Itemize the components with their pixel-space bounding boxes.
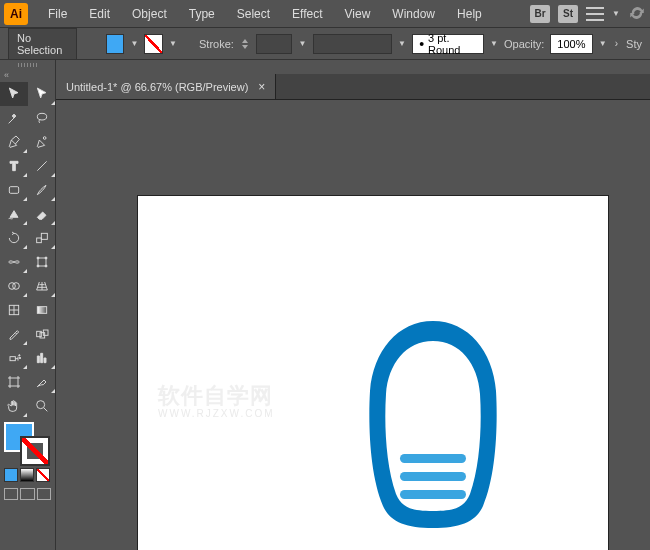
svg-point-9: [45, 265, 47, 267]
fill-swatch[interactable]: [106, 34, 124, 54]
artboard-tool[interactable]: [0, 370, 28, 394]
type-tool[interactable]: [0, 154, 28, 178]
close-tab-icon[interactable]: ×: [258, 80, 265, 94]
stroke-weight-stepper[interactable]: [240, 34, 250, 54]
column-graph-tool[interactable]: [28, 346, 56, 370]
document-tab-title: Untitled-1* @ 66.67% (RGB/Preview): [66, 81, 248, 93]
svg-rect-3: [37, 238, 42, 243]
magic-wand-tool[interactable]: [0, 106, 28, 130]
direct-selection-tool[interactable]: [28, 82, 56, 106]
color-mode-solid[interactable]: [4, 468, 18, 482]
brush-definition[interactable]: • 3 pt. Round: [412, 34, 484, 54]
selection-indicator: No Selection: [8, 28, 77, 60]
eyedropper-tool[interactable]: [0, 322, 28, 346]
vw-dropdown-icon[interactable]: ▼: [398, 34, 406, 54]
svg-rect-20: [10, 378, 18, 386]
variable-width-profile[interactable]: [313, 34, 392, 54]
opacity-label: Opacity:: [504, 38, 544, 50]
stroke-weight-dropdown-icon[interactable]: ▼: [298, 34, 306, 54]
zoom-tool[interactable]: [28, 394, 56, 418]
hand-tool[interactable]: [0, 394, 28, 418]
tools-panel: «: [0, 60, 56, 550]
rotate-tool[interactable]: [0, 226, 28, 250]
svg-rect-4: [41, 233, 47, 239]
app-icon: Ai: [4, 3, 28, 25]
screen-mode-row: [0, 484, 55, 504]
paintbrush-tool[interactable]: [28, 178, 56, 202]
menu-bar: Ai File Edit Object Type Select Effect V…: [0, 0, 650, 28]
shape-builder-tool[interactable]: [0, 274, 28, 298]
brush-dropdown-icon[interactable]: ▼: [490, 34, 498, 54]
svg-rect-13: [37, 307, 46, 314]
pen-tool[interactable]: [0, 130, 28, 154]
draw-behind-icon[interactable]: [20, 488, 34, 500]
menu-view[interactable]: View: [335, 3, 381, 25]
svg-rect-22: [400, 454, 466, 463]
arrange-documents-icon[interactable]: [586, 7, 604, 21]
menu-object[interactable]: Object: [122, 3, 177, 25]
stroke-weight-field[interactable]: [256, 34, 293, 54]
symbol-sprayer-tool[interactable]: [0, 346, 28, 370]
width-tool[interactable]: [0, 250, 28, 274]
menu-window[interactable]: Window: [382, 3, 445, 25]
brush-label: 3 pt. Round: [428, 32, 477, 56]
line-segment-tool[interactable]: [28, 154, 56, 178]
panel-grabber[interactable]: [0, 60, 55, 70]
menu-file[interactable]: File: [38, 3, 77, 25]
svg-rect-24: [400, 490, 466, 499]
eraser-tool[interactable]: [28, 202, 56, 226]
draw-normal-icon[interactable]: [4, 488, 18, 500]
menu-effect[interactable]: Effect: [282, 3, 332, 25]
curvature-tool[interactable]: [28, 130, 56, 154]
stroke-dropdown-icon[interactable]: ▼: [169, 34, 177, 54]
artwork-shape[interactable]: [348, 316, 518, 536]
svg-point-11: [13, 283, 20, 290]
mesh-tool[interactable]: [0, 298, 28, 322]
menu-type[interactable]: Type: [179, 3, 225, 25]
sync-settings-icon[interactable]: [628, 4, 646, 24]
menu-select[interactable]: Select: [227, 3, 280, 25]
menu-edit[interactable]: Edit: [79, 3, 120, 25]
options-more-icon[interactable]: ›: [613, 38, 620, 49]
stroke-color-swatch[interactable]: [20, 436, 50, 466]
svg-rect-17: [10, 357, 15, 361]
free-transform-tool[interactable]: [28, 250, 56, 274]
bridge-badge[interactable]: Br: [530, 5, 550, 23]
draw-inside-icon[interactable]: [37, 488, 51, 500]
svg-point-0: [37, 113, 46, 120]
fill-dropdown-icon[interactable]: ▼: [130, 34, 138, 54]
gradient-tool[interactable]: [28, 298, 56, 322]
shaper-tool[interactable]: [0, 202, 28, 226]
blend-tool[interactable]: [28, 322, 56, 346]
svg-point-19: [19, 357, 20, 358]
watermark-subtext: WWW.RJZXW.COM: [158, 408, 275, 419]
svg-rect-23: [400, 472, 466, 481]
style-label: Sty: [626, 38, 642, 50]
canvas-viewport[interactable]: 软件自学网 WWW.RJZXW.COM: [56, 100, 650, 550]
scale-tool[interactable]: [28, 226, 56, 250]
document-tabs: Untitled-1* @ 66.67% (RGB/Preview) ×: [56, 74, 650, 100]
chevron-down-icon[interactable]: ▼: [612, 9, 620, 18]
svg-point-21: [37, 401, 45, 409]
lasso-tool[interactable]: [28, 106, 56, 130]
svg-point-18: [19, 355, 20, 356]
opacity-dropdown-icon[interactable]: ▼: [599, 34, 607, 54]
stroke-swatch[interactable]: [144, 34, 162, 54]
opacity-field[interactable]: 100%: [550, 34, 592, 54]
svg-rect-2: [9, 187, 18, 194]
svg-point-8: [37, 265, 39, 267]
document-tab[interactable]: Untitled-1* @ 66.67% (RGB/Preview) ×: [56, 74, 276, 99]
fill-stroke-control[interactable]: [0, 418, 55, 466]
menu-help[interactable]: Help: [447, 3, 492, 25]
stock-badge[interactable]: St: [558, 5, 578, 23]
artboard[interactable]: 软件自学网 WWW.RJZXW.COM: [138, 196, 608, 550]
color-mode-gradient[interactable]: [20, 468, 34, 482]
document-area: Untitled-1* @ 66.67% (RGB/Preview) × 软件自…: [56, 60, 650, 550]
color-mode-none[interactable]: [36, 468, 50, 482]
perspective-grid-tool[interactable]: [28, 274, 56, 298]
rectangle-tool[interactable]: [0, 178, 28, 202]
main-area: «: [0, 60, 650, 550]
slice-tool[interactable]: [28, 370, 56, 394]
panel-collapse-icon[interactable]: «: [0, 70, 55, 82]
selection-tool[interactable]: [0, 82, 28, 106]
